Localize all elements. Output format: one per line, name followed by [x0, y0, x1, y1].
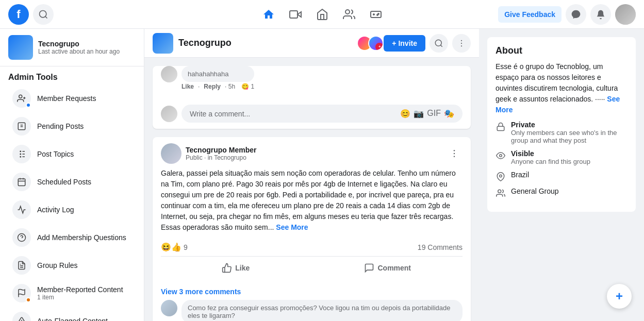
feed-area: hahahahhaha Like · Reply · 5h 😋 1: [144, 58, 479, 321]
emoji-icon[interactable]: 😊: [400, 109, 410, 119]
post2-see-more[interactable]: See More: [276, 223, 308, 231]
post2-author-info: Tecnogrupo Member Public · in Tecnogrupo: [186, 146, 256, 161]
membership-questions-icon: [12, 228, 31, 247]
auto-flagged-icon: [12, 312, 31, 321]
about-group-type-item: General Group: [496, 187, 628, 198]
scheduled-posts-icon: [12, 173, 31, 191]
top-nav: f Give Feedback: [0, 0, 644, 29]
reported-content-icon: [12, 284, 31, 302]
comment-like-1[interactable]: Like: [181, 83, 194, 90]
group-avatar-sidebar: [8, 35, 33, 60]
sidebar-item-group-rules[interactable]: Group Rules: [4, 252, 140, 279]
post2-comment1-bubble: Como fez pra conseguir essas promoções? …: [181, 300, 463, 321]
svg-point-8: [19, 95, 22, 98]
sidebar-label-activity-log: Activity Log: [37, 206, 74, 214]
comment-time-1: · 5h: [225, 83, 235, 90]
write-comment-placeholder: Write a comment...: [190, 110, 250, 118]
reported-content-badge: [26, 297, 31, 302]
group-rules-icon: [12, 256, 31, 275]
nav-groups[interactable]: [337, 2, 361, 27]
sticker-icon[interactable]: 🎭: [444, 109, 454, 119]
sidebar-item-reported-content[interactable]: Member-Reported Content 1 item: [4, 280, 140, 307]
group-name-sidebar: Tecnogrupo: [38, 40, 120, 48]
sidebar-label-member-requests: Member Requests: [37, 94, 96, 103]
post2-like-button[interactable]: Like: [161, 259, 311, 277]
post2-comment-button[interactable]: Comment: [313, 259, 463, 277]
private-label: Private: [511, 121, 628, 129]
nav-right: Give Feedback: [498, 4, 636, 25]
more-group-button[interactable]: [452, 34, 471, 53]
group-status: Last active about an hour ago: [38, 48, 120, 55]
eye-icon: [496, 150, 506, 161]
nav-video[interactable]: [283, 2, 308, 27]
group-header[interactable]: Tecnogrupo Last active about an hour ago: [0, 29, 144, 66]
post-card-2: Tecnogrupo Member Public · in Tecnogrupo…: [153, 137, 471, 321]
comment-reactions-1: 😋 1: [241, 83, 254, 90]
write-comment-input[interactable]: Write a comment... 😊 📷 GIF 🎭: [181, 105, 463, 123]
svg-point-44: [500, 175, 502, 177]
nav-home[interactable]: [256, 2, 281, 27]
post-card-1: hahahahhaha Like · Reply · 5h 😋 1: [153, 66, 471, 129]
svg-point-16: [20, 157, 21, 158]
comment-row-1: hahahahhaha Like · Reply · 5h 😋 1: [161, 66, 463, 90]
location-text: Brazil: [511, 171, 529, 179]
svg-rect-3: [290, 11, 298, 18]
group-type-icon: [496, 188, 506, 198]
svg-point-38: [461, 45, 462, 46]
group-top-bar: Tecnogrupo + + Invite: [144, 29, 479, 58]
sidebar-item-member-requests[interactable]: Member Requests: [4, 85, 140, 112]
sidebar-item-scheduled-posts[interactable]: Scheduled Posts: [4, 168, 140, 195]
gif-icon[interactable]: GIF: [427, 109, 441, 119]
nav-store[interactable]: [310, 2, 335, 27]
about-visible-text: Visible Anyone can find this group: [511, 149, 590, 165]
member-requests-icon: [12, 89, 31, 108]
messenger-button[interactable]: [566, 4, 586, 25]
svg-marker-2: [298, 12, 301, 17]
about-title: About: [496, 45, 628, 56]
facebook-logo[interactable]: f: [8, 4, 29, 25]
group-type-text: General Group: [511, 187, 559, 195]
svg-point-43: [500, 155, 502, 157]
comment-content-1: hahahahhaha Like · Reply · 5h 😋 1: [181, 66, 254, 90]
group-info: Tecnogrupo Last active about an hour ago: [38, 40, 120, 55]
sidebar-item-pending-posts[interactable]: Pending Posts: [4, 113, 140, 140]
main-layout: Tecnogrupo Last active about an hour ago…: [0, 29, 644, 321]
notifications-button[interactable]: [590, 4, 611, 25]
center-feed: Tecnogrupo + + Invite: [144, 29, 479, 321]
admin-tools-header: Admin Tools: [0, 66, 144, 84]
sidebar-item-membership-questions[interactable]: Add Membership Questions: [4, 224, 140, 251]
sidebar-item-auto-flagged[interactable]: Auto-Flagged Content: [4, 308, 140, 321]
svg-point-0: [40, 10, 46, 17]
right-sidebar: About Esse é o grupo do Tecnoblog, um es…: [479, 29, 644, 321]
private-desc: Only members can see who's in the group …: [511, 129, 628, 144]
group-top-left: Tecnogrupo: [153, 33, 232, 54]
post2-comment1-thread: Como fez pra conseguir essas promoções? …: [153, 300, 471, 321]
svg-point-36: [461, 40, 462, 41]
give-feedback-button[interactable]: Give Feedback: [498, 6, 562, 23]
svg-rect-20: [18, 179, 25, 186]
photo-icon[interactable]: 📷: [414, 109, 424, 119]
post1-comment-thread: hahahahhaha Like · Reply · 5h 😋 1: [153, 66, 471, 100]
sidebar-label-post-topics: Post Topics: [37, 150, 74, 158]
pending-posts-icon: [12, 117, 31, 136]
nav-left: f: [8, 4, 54, 25]
post2-header: Tecnogrupo Member Public · in Tecnogrupo: [161, 143, 463, 164]
lock-icon: [496, 122, 506, 132]
nav-gamepad[interactable]: [364, 2, 388, 27]
sidebar-item-activity-log[interactable]: Activity Log: [4, 196, 140, 223]
member-requests-badge: [26, 103, 31, 108]
post2-more-button[interactable]: [446, 145, 463, 162]
search-button[interactable]: [33, 4, 54, 25]
svg-line-1: [45, 16, 47, 18]
view-more-comments[interactable]: View 3 more comments: [153, 285, 471, 300]
group-name-top: Tecnogrupo: [178, 38, 232, 48]
sidebar-item-post-topics[interactable]: Post Topics: [4, 141, 140, 167]
search-group-button[interactable]: [430, 34, 448, 53]
invite-button[interactable]: + Invite: [384, 35, 425, 52]
write-comment-avatar: [161, 106, 177, 122]
user-avatar[interactable]: [615, 4, 636, 25]
fab-button[interactable]: +: [607, 284, 632, 309]
about-location-item: Brazil: [496, 171, 628, 182]
post2-comments-count[interactable]: 19 Comments: [418, 243, 463, 251]
comment-reply-1[interactable]: Reply: [204, 83, 221, 90]
